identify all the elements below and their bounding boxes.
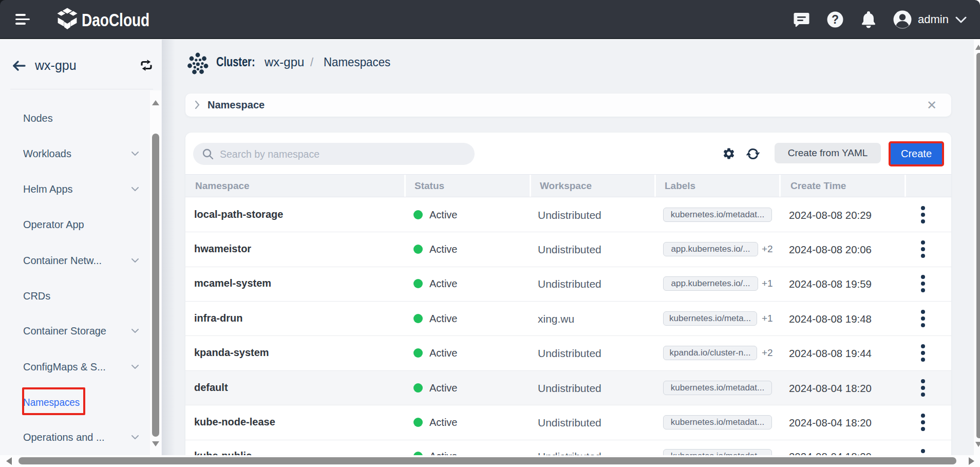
svg-text:?: ? xyxy=(832,13,839,26)
